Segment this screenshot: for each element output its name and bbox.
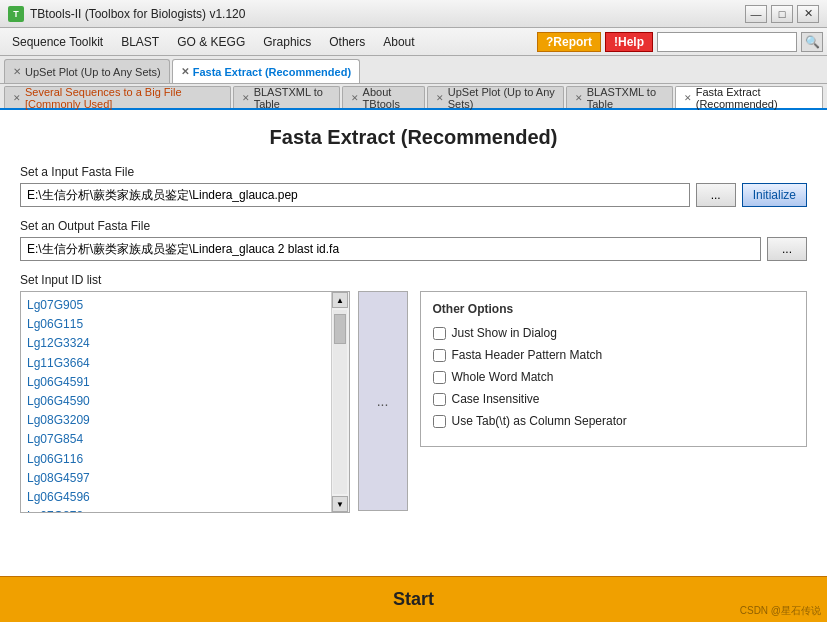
list-item: Lg07G905 <box>27 296 325 315</box>
tab2-blastxml-2[interactable]: ✕ BLASTXML to Table <box>566 86 673 108</box>
option-label-1[interactable]: Fasta Header Pattern Match <box>452 348 603 362</box>
two-column-section: Set Input ID list Lg07G905Lg06G115Lg12G3… <box>20 273 807 513</box>
menu-blast[interactable]: BLAST <box>113 32 167 52</box>
id-list-text-area[interactable]: Lg07G905Lg06G115Lg12G3324Lg11G3664Lg06G4… <box>21 292 331 512</box>
scroll-track <box>333 310 347 494</box>
start-button[interactable]: Start <box>0 577 827 622</box>
report-button[interactable]: ?Report <box>537 32 601 52</box>
minimize-button[interactable]: — <box>745 5 767 23</box>
tab-bar-1: ✕ UpSet Plot (Up to Any Sets) ✕ Fasta Ex… <box>0 56 827 84</box>
output-fasta-field[interactable] <box>20 237 761 261</box>
option-label-2[interactable]: Whole Word Match <box>452 370 554 384</box>
option-label-0[interactable]: Just Show in Dialog <box>452 326 557 340</box>
menu-graphics[interactable]: Graphics <box>255 32 319 52</box>
close-tab2-upset[interactable]: ✕ <box>436 93 444 103</box>
tab2-blast2-label: BLASTXML to Table <box>587 86 664 110</box>
tab2-blast1-label: BLASTXML to Table <box>254 86 331 110</box>
list-item: Lg12G3324 <box>27 334 325 353</box>
list-item: Lg07G854 <box>27 430 325 449</box>
tab2-about-label: About TBtools <box>363 86 416 110</box>
scroll-thumb[interactable] <box>334 314 346 344</box>
id-list-scrollbar: ▲ ▼ <box>331 292 349 512</box>
main-content: Fasta Extract (Recommended) Set a Input … <box>0 110 827 576</box>
list-item: Lg08G4597 <box>27 469 325 488</box>
option-row-2: Whole Word Match <box>433 370 795 384</box>
close-tab2-blast1[interactable]: ✕ <box>242 93 250 103</box>
input-fasta-field[interactable] <box>20 183 690 207</box>
option-checkbox-0[interactable] <box>433 327 446 340</box>
watermark: CSDN @星石传说 <box>740 604 821 618</box>
tab2-fasta-label: Fasta Extract (Recommended) <box>696 86 814 110</box>
options-title: Other Options <box>433 302 795 316</box>
option-label-4[interactable]: Use Tab(\t) as Column Seperator <box>452 414 627 428</box>
list-item: Lg06G116 <box>27 450 325 469</box>
tab-bar-2: ✕ Several Sequences to a Big File [Commo… <box>0 84 827 110</box>
list-item: Lg06G4591 <box>27 373 325 392</box>
list-item: Lg07G878 <box>27 507 325 512</box>
tab2-upset-plot[interactable]: ✕ UpSet Plot (Up to Any Sets) <box>427 86 564 108</box>
tab-fasta-label: Fasta Extract (Recommended) <box>193 66 351 78</box>
tab2-fasta-extract[interactable]: ✕ Fasta Extract (Recommended) <box>675 86 823 108</box>
option-row-3: Case Insensitive <box>433 392 795 406</box>
id-list-browse-icon: ... <box>377 393 389 409</box>
option-checkbox-4[interactable] <box>433 415 446 428</box>
option-checkbox-1[interactable] <box>433 349 446 362</box>
options-section: Other Options Just Show in Dialog Fasta … <box>420 291 808 447</box>
list-item: Lg06G4590 <box>27 392 325 411</box>
option-checkbox-3[interactable] <box>433 393 446 406</box>
list-item: Lg08G3209 <box>27 411 325 430</box>
menu-about[interactable]: About <box>375 32 422 52</box>
tab2-upset-label: UpSet Plot (Up to Any Sets) <box>448 86 555 110</box>
list-item: Lg06G4596 <box>27 488 325 507</box>
tab-upset-plot[interactable]: ✕ UpSet Plot (Up to Any Sets) <box>4 59 170 83</box>
menu-go-kegg[interactable]: GO & KEGG <box>169 32 253 52</box>
close-tab-fasta[interactable]: ✕ <box>181 66 189 77</box>
close-tab2-fasta[interactable]: ✕ <box>684 93 692 103</box>
close-button[interactable]: ✕ <box>797 5 819 23</box>
id-list-container: Lg07G905Lg06G115Lg12G3324Lg11G3664Lg06G4… <box>20 291 350 513</box>
tab2-several-sequences[interactable]: ✕ Several Sequences to a Big File [Commo… <box>4 86 231 108</box>
list-item: Lg11G3664 <box>27 354 325 373</box>
id-list-browse-button[interactable]: ... <box>358 291 408 511</box>
close-tab-upset[interactable]: ✕ <box>13 66 21 77</box>
tab-fasta-extract[interactable]: ✕ Fasta Extract (Recommended) <box>172 59 360 83</box>
help-button[interactable]: !Help <box>605 32 653 52</box>
input-fasta-row: ... Initialize <box>20 183 807 207</box>
close-tab2-blast2[interactable]: ✕ <box>575 93 583 103</box>
close-tab2-several[interactable]: ✕ <box>13 93 21 103</box>
option-row-0: Just Show in Dialog <box>433 326 795 340</box>
menu-others[interactable]: Others <box>321 32 373 52</box>
list-item: Lg06G115 <box>27 315 325 334</box>
option-label-3[interactable]: Case Insensitive <box>452 392 540 406</box>
search-input[interactable] <box>657 32 797 52</box>
search-button[interactable]: 🔍 <box>801 32 823 52</box>
input-fasta-label: Set a Input Fasta File <box>20 165 807 179</box>
app-title: TBtools-II (Toolbox for Biologists) v1.1… <box>30 7 245 21</box>
id-list-section: Set Input ID list Lg07G905Lg06G115Lg12G3… <box>20 273 408 513</box>
menu-sequence-toolkit[interactable]: Sequence Toolkit <box>4 32 111 52</box>
scroll-down-button[interactable]: ▼ <box>332 496 348 512</box>
app-icon: T <box>8 6 24 22</box>
input-fasta-browse-button[interactable]: ... <box>696 183 736 207</box>
options-spacer <box>420 273 808 287</box>
option-checkbox-2[interactable] <box>433 371 446 384</box>
maximize-button[interactable]: □ <box>771 5 793 23</box>
tab2-blastxml-1[interactable]: ✕ BLASTXML to Table <box>233 86 340 108</box>
option-row-1: Fasta Header Pattern Match <box>433 348 795 362</box>
options-section-wrapper: Other Options Just Show in Dialog Fasta … <box>420 273 808 513</box>
scroll-up-button[interactable]: ▲ <box>332 292 348 308</box>
tab2-several-label: Several Sequences to a Big File [Commonl… <box>25 86 222 110</box>
output-fasta-row: ... <box>20 237 807 261</box>
bottom-bar: Start <box>0 576 827 622</box>
title-bar: T TBtools-II (Toolbox for Biologists) v1… <box>0 0 827 28</box>
page-title: Fasta Extract (Recommended) <box>20 126 807 149</box>
close-tab2-about[interactable]: ✕ <box>351 93 359 103</box>
menu-right: ?Report !Help 🔍 <box>537 32 823 52</box>
output-fasta-browse-button[interactable]: ... <box>767 237 807 261</box>
tab2-about-tbtools[interactable]: ✕ About TBtools <box>342 86 425 108</box>
output-fasta-label: Set an Output Fasta File <box>20 219 807 233</box>
window-controls: — □ ✕ <box>745 5 819 23</box>
menu-bar: Sequence Toolkit BLAST GO & KEGG Graphic… <box>0 28 827 56</box>
initialize-button[interactable]: Initialize <box>742 183 807 207</box>
option-row-4: Use Tab(\t) as Column Seperator <box>433 414 795 428</box>
